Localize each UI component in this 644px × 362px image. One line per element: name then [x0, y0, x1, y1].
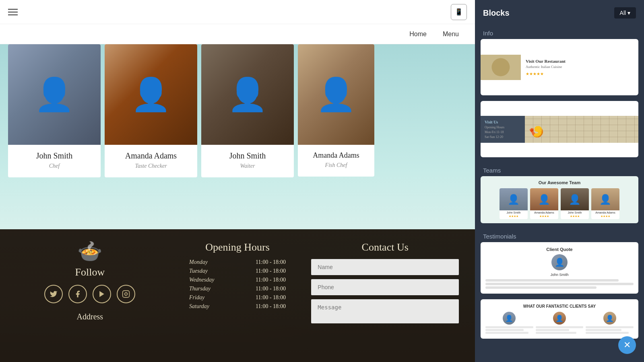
sidebar-info-section-label: Info — [475, 26, 644, 39]
youtube-icon[interactable] — [93, 285, 111, 303]
test-lines — [485, 279, 634, 289]
team-card-3-info: John Smith Waiter — [201, 145, 294, 177]
test-title: Client Quote — [546, 247, 572, 252]
all-filter-button[interactable]: All ▾ — [614, 7, 636, 19]
test-avatar: 👤 — [551, 254, 568, 270]
svg-marker-0 — [99, 291, 104, 297]
phone-symbol: 📱 — [455, 8, 463, 16]
team-card-2-avatar — [105, 44, 197, 145]
info-block1-stars: ★★★★★ — [526, 72, 566, 76]
test2-title: WHAT OUR FANTASTIC CLIENTS SAY — [485, 304, 634, 309]
info-block1-title: Visit Our Restaurant — [526, 59, 566, 64]
mini-stars-1: ★★★★ — [530, 215, 558, 219]
team-card-1-role: Chef — [12, 163, 97, 169]
team-card-2-info: Amanda Adams Taste Checker — [105, 145, 197, 177]
team-card-3[interactable]: John Smith Waiter — [201, 44, 294, 177]
footer-follow-col: 🍲 Follow Address — [16, 241, 164, 321]
mini-stars-2: ★★★★ — [561, 215, 589, 219]
footer-hours-title: Opening Hours — [205, 241, 270, 253]
hours-row-2: Wednesday 11:00 - 18:00 — [189, 277, 286, 283]
info-block2-left: Visit Us Opening Hours Mon-Fri 11-18 Sat… — [481, 116, 525, 143]
info-block1-sub: Authentic Italian Cuisine — [526, 65, 566, 69]
team-card-2-name: Amanda Adams — [109, 151, 193, 160]
team-card-1-avatar — [8, 44, 101, 145]
hours-row-5: Saturday 11:00 - 18:00 — [189, 303, 286, 310]
sidebar-testimonials-block-1[interactable]: Client Quote 👤 John Smith — [481, 242, 638, 294]
mini-avatar-2: 👤 — [561, 188, 589, 210]
team-card-2[interactable]: Amanda Adams Taste Checker — [105, 44, 197, 177]
team-card-4-avatar — [298, 44, 374, 145]
instagram-icon[interactable] — [117, 285, 135, 303]
contact-phone-input[interactable] — [311, 279, 459, 295]
mini-avatar-0: 👤 — [500, 188, 528, 210]
mini-card-2: 👤 John Smith ★★★★ — [561, 188, 589, 219]
info-block1-text: Visit Our Restaurant Authentic Italian C… — [521, 55, 570, 80]
sidebar: Blocks All ▾ Info 🍝 Visit Our Restaurant… — [475, 0, 644, 362]
phone-icon[interactable]: 📱 — [451, 4, 467, 20]
test2-cards: 👤 👤 👤 — [485, 312, 634, 334]
mini-card-1: 👤 Amanda Adams ★★★★ — [530, 188, 558, 219]
mini-stars-3: ★★★★ — [591, 215, 619, 219]
mini-card-0: 👤 John Smith ★★★★ — [500, 188, 528, 219]
team-section: John Smith Chef Amanda Adams Taste Check… — [0, 44, 475, 229]
test2-av-0: 👤 — [503, 312, 516, 325]
footer-hours-col: Opening Hours Monday 11:00 - 18:00 Tuesd… — [164, 241, 312, 310]
top-bar: 📱 — [0, 0, 475, 24]
mini-name-2: John Smith — [561, 210, 589, 215]
mini-name-3: Amanda Adams — [591, 210, 619, 215]
social-icons — [44, 285, 135, 303]
test2-av-1: 👤 — [553, 312, 566, 325]
footer-contact-title: Contact Us — [311, 241, 459, 253]
svg-point-3 — [492, 58, 510, 76]
sidebar-teams-block[interactable]: Our Awesome Team 👤 John Smith ★★★★ 👤 Ama… — [481, 176, 638, 223]
footer-contact-col: Contact Us — [311, 241, 459, 323]
teams-block-cards: 👤 John Smith ★★★★ 👤 Amanda Adams ★★★★ 👤 … — [485, 188, 634, 219]
hours-row-1: Tuesday 11:00 - 18:00 — [189, 268, 286, 274]
hours-row-4: Friday 11:00 - 18:00 — [189, 294, 286, 301]
team-card-1-name: John Smith — [12, 151, 97, 160]
main-area: 📱 Home Menu John Smith Chef Amanda Adams… — [0, 0, 475, 362]
nav-home[interactable]: Home — [409, 31, 427, 38]
team-card-3-name: John Smith — [205, 151, 290, 160]
contact-message-input[interactable] — [311, 299, 459, 323]
mini-card-3: 👤 Amanda Adams ★★★★ — [591, 188, 619, 219]
sidebar-info-block-2[interactable]: Visit Us Opening Hours Mon-Fri 11-18 Sat… — [481, 101, 638, 157]
hours-row-0: Monday 11:00 - 18:00 — [189, 259, 286, 265]
footer-address-label: Address — [77, 312, 103, 321]
close-button[interactable]: ✕ — [618, 336, 636, 354]
facebook-icon[interactable] — [68, 285, 87, 303]
sidebar-title: Blocks — [483, 8, 510, 18]
footer-section: 🍲 Follow Address Opening Hours — [0, 229, 475, 362]
contact-name-input[interactable] — [311, 259, 459, 275]
sidebar-testimonials-block-2[interactable]: WHAT OUR FANTASTIC CLIENTS SAY 👤 👤 — [481, 299, 638, 339]
sidebar-testimonials-section-label: Testimonials — [475, 229, 644, 242]
sidebar-info-block-1[interactable]: 🍝 Visit Our Restaurant Authentic Italian… — [481, 39, 638, 95]
hours-row-3: Thursday 11:00 - 18:00 — [189, 286, 286, 292]
teams-block-title: Our Awesome Team — [485, 180, 634, 185]
sidebar-header: Blocks All ▾ — [475, 0, 644, 26]
team-card-2-role: Taste Checker — [109, 163, 193, 169]
info-block2-map: 🍤 — [525, 116, 638, 143]
team-card-4-info: Amanda Adams Fish Chef — [298, 145, 374, 177]
mini-avatar-3: 👤 — [591, 188, 619, 210]
team-card-4-role: Fish Chef — [302, 162, 370, 169]
info-block1-food-icon: 🍝 — [481, 55, 521, 80]
twitter-icon[interactable] — [44, 285, 63, 303]
mini-avatar-1: 👤 — [530, 188, 558, 210]
team-card-3-avatar — [201, 44, 294, 145]
mini-name-0: John Smith — [500, 210, 528, 215]
svg-rect-1 — [123, 291, 130, 298]
team-card-1[interactable]: John Smith Chef — [8, 44, 101, 177]
nav-menu[interactable]: Menu — [443, 31, 459, 38]
team-card-4[interactable]: Amanda Adams Fish Chef — [298, 44, 374, 177]
test2-card-0: 👤 — [485, 312, 533, 334]
test-name: John Smith — [550, 273, 568, 277]
mini-name-1: Amanda Adams — [530, 210, 558, 215]
info-block1-inner: 🍝 Visit Our Restaurant Authentic Italian… — [481, 55, 638, 80]
info-block2-title: Visit Us — [485, 120, 521, 124]
hamburger-button[interactable] — [8, 9, 18, 15]
footer-logo-icon: 🍲 — [77, 241, 102, 261]
team-card-3-role: Waiter — [205, 163, 290, 169]
test2-card-2: 👤 — [586, 312, 634, 334]
team-card-1-info: John Smith Chef — [8, 145, 101, 177]
